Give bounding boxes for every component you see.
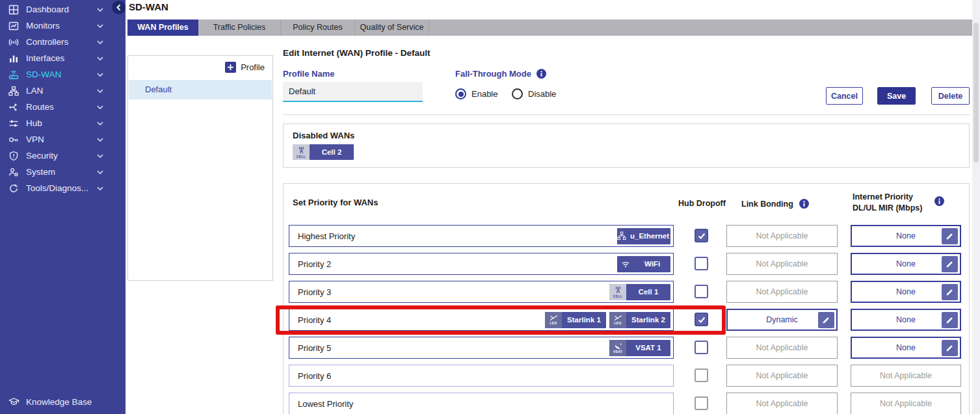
fall-through-enable-radio[interactable]: Enable xyxy=(455,88,497,99)
chevron-down-icon xyxy=(97,8,103,12)
wan-chip-wifi[interactable]: WiFi xyxy=(617,256,670,272)
priority-row-5[interactable]: Priority 5 VSAT VSAT 1 xyxy=(289,337,674,359)
sidebar-item-routes[interactable]: Routes xyxy=(0,99,126,115)
system-user-gear-icon xyxy=(8,166,20,177)
internet-priority-value-row-5[interactable]: None xyxy=(851,337,961,359)
column-header-internet-priority: Internet Priority DL/UL MIR (Mbps) xyxy=(853,192,922,213)
sidebar-item-lan[interactable]: LAN xyxy=(0,83,126,99)
sidebar-item-knowledge-base[interactable]: Knowledge Base xyxy=(0,393,126,411)
edit-pencil-icon[interactable] xyxy=(942,312,958,328)
scrollbar-thumb[interactable] xyxy=(973,23,979,162)
chevron-down-icon xyxy=(97,187,103,190)
internet-priority-value-row-1[interactable]: None xyxy=(851,225,961,247)
sidebar-item-security[interactable]: Security xyxy=(0,148,126,164)
sidebar-collapse-button[interactable] xyxy=(112,1,126,14)
leo-satellite-icon: LEO xyxy=(609,312,626,328)
internet-priority-value-row-6: Not Applicable xyxy=(851,365,961,387)
info-icon[interactable] xyxy=(934,196,944,206)
edit-pencil-icon[interactable] xyxy=(942,284,958,300)
ethernet-icon xyxy=(617,228,626,244)
chevron-down-icon xyxy=(97,73,103,77)
vsat-satellite-icon: VSAT xyxy=(609,340,626,356)
priority-row-2[interactable]: Priority 2 WiFi xyxy=(289,253,674,275)
edit-pencil-icon[interactable] xyxy=(818,312,834,328)
edit-pencil-icon[interactable] xyxy=(942,228,958,244)
sidebar-item-interfaces[interactable]: Interfaces xyxy=(0,50,126,66)
chevron-down-icon xyxy=(97,57,103,60)
link-bonding-value-row-4[interactable]: Dynamic xyxy=(726,309,838,331)
chevron-down-icon xyxy=(97,170,103,174)
fall-through-mode-label: Fall-Through Mode xyxy=(455,69,546,79)
page-title: SD-WAN xyxy=(129,1,168,12)
routes-icon xyxy=(8,101,20,112)
sidebar: Dashboard Monitors Controllers Interface… xyxy=(0,0,126,414)
add-profile-button[interactable]: Profile xyxy=(225,62,265,73)
security-shield-icon xyxy=(8,150,20,161)
priority-row-4[interactable]: Priority 4 LEO Starlink 1 LEO Starlink 2 xyxy=(289,309,674,331)
info-icon[interactable] xyxy=(799,199,809,209)
chevron-down-icon xyxy=(97,40,103,44)
priority-row-highest[interactable]: Highest Priority u_Ethernet xyxy=(289,225,674,247)
save-button[interactable]: Save xyxy=(877,87,916,105)
delete-button[interactable]: Delete xyxy=(931,87,970,105)
hub-dropoff-checkbox-row-6[interactable] xyxy=(695,369,708,382)
wan-chip-vsat-1[interactable]: VSAT VSAT 1 xyxy=(609,340,670,356)
edit-pencil-icon[interactable] xyxy=(942,256,958,272)
cell-icon: CELL xyxy=(609,284,626,300)
sidebar-item-vpn[interactable]: VPN xyxy=(0,131,126,148)
priority-section-title: Set Priority for WANs xyxy=(293,198,378,207)
section-divider xyxy=(283,114,970,115)
editor-heading: Edit Internet (WAN) Profile - Default xyxy=(283,48,430,58)
fall-through-disable-radio[interactable]: Disable xyxy=(512,88,556,99)
hub-dropoff-checkbox-row-5[interactable] xyxy=(695,341,708,354)
vpn-key-icon xyxy=(8,134,20,145)
tools-diagnostics-icon xyxy=(8,183,20,194)
profile-name-input[interactable] xyxy=(283,82,423,102)
wan-chip-starlink-2[interactable]: LEO Starlink 2 xyxy=(609,312,670,328)
profile-list-item-default[interactable]: Default xyxy=(129,80,272,99)
tab-bar: WAN Profiles Traffic Policies Policy Rou… xyxy=(127,19,972,36)
check-icon xyxy=(697,231,706,240)
wan-chip-cell-2[interactable]: CELL Cell 2 xyxy=(293,144,354,160)
tab-policy-routes[interactable]: Policy Routes xyxy=(281,19,355,36)
hub-icon xyxy=(8,118,20,129)
internet-priority-value-row-7: Not Applicable xyxy=(851,393,961,414)
wan-chip-starlink-1[interactable]: LEO Starlink 1 xyxy=(545,312,606,328)
sidebar-item-hub[interactable]: Hub xyxy=(0,115,126,131)
internet-priority-value-row-4[interactable]: None xyxy=(851,309,961,331)
sidebar-item-controllers[interactable]: Controllers xyxy=(0,34,126,50)
edit-pencil-icon[interactable] xyxy=(942,340,958,356)
knowledge-base-icon xyxy=(8,396,20,408)
sidebar-item-system[interactable]: System xyxy=(0,164,126,180)
tab-wan-profiles[interactable]: WAN Profiles xyxy=(127,19,198,36)
tab-traffic-policies[interactable]: Traffic Policies xyxy=(198,19,281,36)
hub-dropoff-checkbox-row-2[interactable] xyxy=(695,257,708,270)
chevron-down-icon xyxy=(97,154,103,158)
priority-row-3[interactable]: Priority 3 CELL Cell 1 xyxy=(289,281,674,303)
profile-name-label: Profile Name xyxy=(283,69,334,79)
sidebar-item-dashboard[interactable]: Dashboard xyxy=(0,1,126,18)
hub-dropoff-checkbox-row-3[interactable] xyxy=(695,285,708,298)
link-bonding-value-row-6: Not Applicable xyxy=(726,365,838,387)
sidebar-item-tools-diagnostics[interactable]: Tools/Diagnos... xyxy=(0,180,126,196)
column-header-link-bonding: Link Bonding xyxy=(741,199,809,209)
info-icon[interactable] xyxy=(536,69,546,79)
wan-chip-cell-1[interactable]: CELL Cell 1 xyxy=(609,284,670,300)
hub-dropoff-checkbox-row-1[interactable] xyxy=(695,229,708,242)
priority-row-6[interactable]: Priority 6 xyxy=(289,365,674,387)
internet-priority-value-row-2[interactable]: None xyxy=(851,253,961,275)
cancel-button[interactable]: Cancel xyxy=(826,87,863,105)
sidebar-item-sd-wan[interactable]: SD-WAN xyxy=(0,66,126,83)
link-bonding-value-row-1: Not Applicable xyxy=(726,225,838,247)
link-bonding-value-row-7: Not Applicable xyxy=(726,393,838,414)
hub-dropoff-checkbox-row-7[interactable] xyxy=(695,396,708,410)
priority-row-lowest[interactable]: Lowest Priority xyxy=(289,393,674,414)
tab-quality-of-service[interactable]: Quality of Service xyxy=(355,19,429,36)
wan-chip-u-ethernet[interactable]: u_Ethernet xyxy=(617,228,670,244)
radio-unselected-icon xyxy=(512,88,523,99)
scrollbar[interactable] xyxy=(972,0,980,414)
chevron-down-icon xyxy=(97,89,103,93)
sidebar-item-monitors[interactable]: Monitors xyxy=(0,18,126,34)
hub-dropoff-checkbox-row-4[interactable] xyxy=(695,313,708,326)
internet-priority-value-row-3[interactable]: None xyxy=(851,281,961,303)
